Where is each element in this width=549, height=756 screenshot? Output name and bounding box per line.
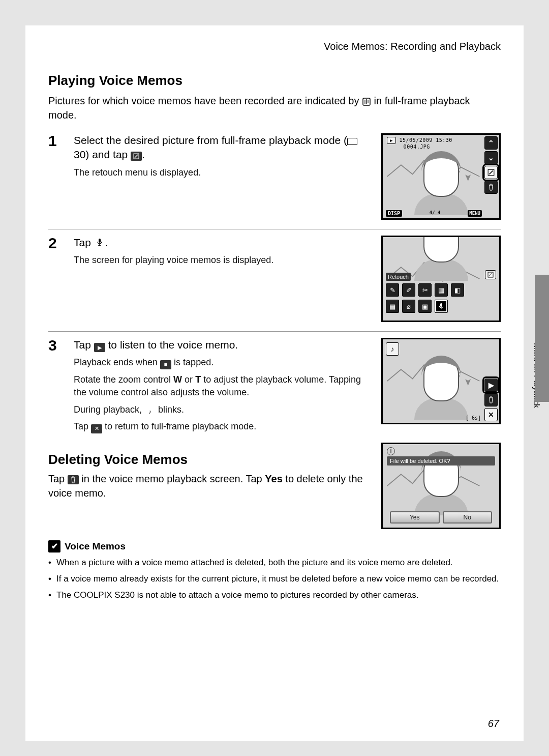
frame-counter: 4/ 4: [430, 210, 441, 217]
retouch-opt-4[interactable]: ▦: [435, 283, 448, 297]
retouch-opt-8[interactable]: ▣: [418, 300, 432, 313]
deleting-screenshot: i File will be deleted. OK? Yes No: [381, 443, 501, 529]
svg-rect-5: [440, 303, 442, 307]
down-icon[interactable]: ⌄: [484, 151, 498, 164]
deleting-paragraph: Tap in the voice memo playback screen. T…: [48, 472, 363, 500]
trash-icon[interactable]: [484, 181, 498, 194]
retouch-icon[interactable]: [484, 166, 498, 179]
microphone-icon: [94, 238, 105, 247]
section-playing-title: Playing Voice Memos: [48, 73, 501, 89]
menu-button[interactable]: MENU: [468, 210, 482, 217]
up-icon[interactable]: ⌃: [484, 136, 498, 150]
retouch-opt-5[interactable]: ◧: [451, 283, 464, 297]
step-3-desc-4: Tap ✕ to return to full-frame playback m…: [74, 420, 363, 433]
screenshot-meta: ▶ 15/05/2009 15:30 0004.JPG: [387, 137, 452, 150]
playback-time: [ 6s]: [466, 415, 481, 421]
notes-section: ✔ Voice Memos When a picture with a voic…: [48, 540, 501, 601]
step-3-desc-3: During playback, ♪ blinks.: [74, 403, 363, 417]
play-icon: ▶: [94, 343, 105, 352]
section-deleting: Deleting Voice Memos Tap in the voice me…: [48, 443, 501, 529]
dialog-no-button[interactable]: No: [443, 511, 493, 524]
note-item: The COOLPIX S230 is not able to attach a…: [48, 589, 501, 601]
intro-text-a: Pictures for which voice memos have been…: [48, 95, 362, 106]
close-x-icon: ✕: [91, 424, 102, 433]
notes-heading: Voice Memos: [65, 541, 126, 552]
retouch-icon-grid: ✎ ✐ ✂ ▦ ◧ ▤ ⌀ ▣: [386, 283, 496, 313]
portrait-illustration: [408, 357, 474, 418]
book-icon: [347, 138, 357, 145]
step-1-title: Select the desired picture from full-fra…: [74, 133, 363, 162]
step-2-title: Tap .: [74, 236, 363, 250]
retouch-opt-mic[interactable]: [435, 300, 448, 313]
memo-indicator-icon: [362, 97, 371, 106]
step-2-desc: The screen for playing voice memos is di…: [74, 254, 363, 267]
note-item: If a voice memo already exists for the c…: [48, 573, 501, 585]
page-number: 67: [488, 718, 499, 730]
note-badge-icon: ♪: [386, 342, 399, 356]
delete-dialog-text: File will be deleted. OK?: [387, 456, 495, 466]
manual-page: Voice Memos: Recording and Playback Play…: [25, 25, 524, 741]
play-mode-icon: ▶: [387, 137, 396, 144]
step-2-number: 2: [48, 236, 69, 322]
stop-icon: ■: [160, 360, 171, 369]
header-breadcrumb: Voice Memos: Recording and Playback: [48, 41, 501, 52]
note-item: When a picture with a voice memo attache…: [48, 557, 501, 569]
step-3-screenshot: ♪ ▶ ✕ [ 6s]: [381, 338, 501, 424]
retouch-opt-6[interactable]: ▤: [386, 300, 399, 313]
step-1-number: 1: [48, 133, 69, 220]
portrait-illustration: [408, 152, 474, 213]
retouch-opt-2[interactable]: ✐: [402, 283, 415, 297]
retouch-opt-7[interactable]: ⌀: [402, 300, 415, 313]
retouch-opt-1[interactable]: ✎: [386, 283, 399, 297]
retouch-close-icon[interactable]: [485, 270, 496, 279]
step-1-desc: The retouch menu is displayed.: [74, 166, 363, 179]
step-3-number: 3: [48, 338, 69, 433]
disp-button[interactable]: DISP: [386, 210, 402, 217]
step-3: 3 Tap ▶ to listen to the voice memo. Pla…: [48, 332, 501, 443]
retouch-tool-icon: [131, 152, 142, 161]
intro-paragraph: Pictures for which voice memos have been…: [48, 94, 501, 122]
retouch-panel-label: Retouch: [386, 273, 411, 281]
svg-rect-3: [99, 239, 101, 243]
trash-icon[interactable]: [484, 393, 498, 406]
step-3-desc-1: Playback ends when ■ is tapped.: [74, 356, 363, 369]
step-2: 2 Tap . The screen for playing voice mem…: [48, 229, 501, 332]
step-1: 1 Select the desired picture from full-f…: [48, 127, 501, 229]
step-1-screenshot: ▶ 15/05/2009 15:30 0004.JPG ⌃ ⌄ DISP 4/ …: [381, 133, 501, 220]
step-2-screenshot: Retouch ✎ ✐ ✂ ▦ ◧ ▤ ⌀ ▣: [381, 236, 501, 322]
close-x-icon[interactable]: ✕: [484, 408, 498, 421]
step-3-title: Tap ▶ to listen to the voice memo.: [74, 338, 363, 352]
notes-list: When a picture with a voice memo attache…: [48, 557, 501, 601]
side-tab: [535, 275, 549, 402]
retouch-opt-3[interactable]: ✂: [418, 283, 432, 297]
trash-icon: [68, 475, 79, 484]
check-icon: ✔: [48, 540, 60, 553]
play-button-icon[interactable]: ▶: [484, 379, 498, 392]
info-icon: i: [387, 447, 395, 455]
section-deleting-title: Deleting Voice Memos: [48, 452, 363, 468]
dialog-yes-button[interactable]: Yes: [390, 511, 440, 524]
step-3-desc-2: Rotate the zoom control W or T to adjust…: [74, 373, 363, 399]
note-icon: ♪: [144, 407, 156, 416]
